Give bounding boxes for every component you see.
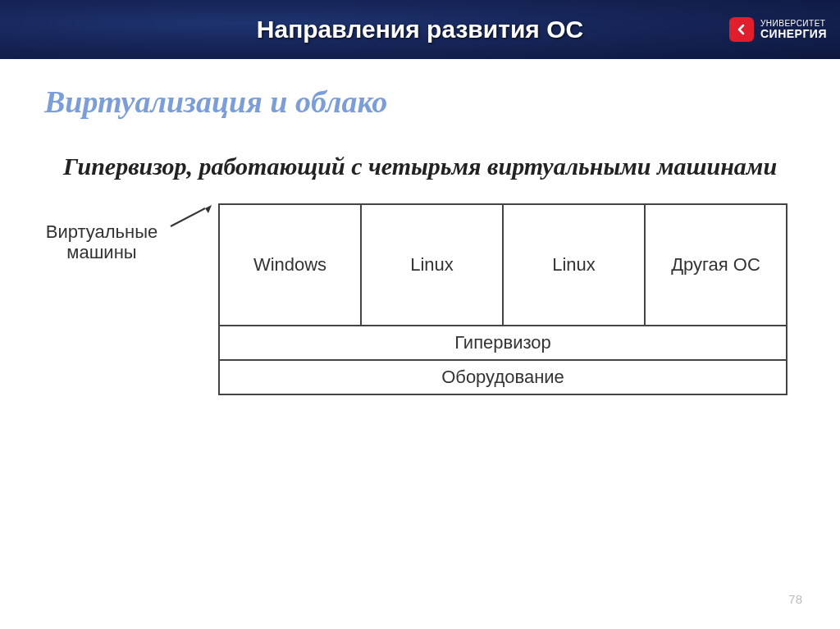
slide: Направления развития ОС УНИВЕРСИТЕТ СИНЕ… <box>0 0 840 629</box>
arrow-icon <box>169 203 215 230</box>
brand-block: УНИВЕРСИТЕТ СИНЕРГИЯ <box>729 17 827 42</box>
brand-badge-icon <box>729 17 754 42</box>
vm-box: Linux <box>504 205 646 325</box>
svg-line-0 <box>171 208 205 226</box>
slide-header: Направления развития ОС УНИВЕРСИТЕТ СИНЕ… <box>0 0 840 59</box>
hardware-layer: Оборудование <box>218 361 788 395</box>
section-title: Виртуализация и облако <box>0 59 840 120</box>
vm-box: Linux <box>362 205 504 325</box>
slide-title: Направления развития ОС <box>257 16 583 43</box>
brand-text-bottom: СИНЕРГИЯ <box>760 28 827 39</box>
diagram-stack: Windows Linux Linux Другая ОС Гипервизор… <box>218 203 788 395</box>
hypervisor-layer: Гипервизор <box>218 326 788 361</box>
vm-pointer-label: Виртуальные машины <box>31 221 172 263</box>
diagram-caption: Гипервизор, работающий с четырьмя виртуа… <box>0 120 840 180</box>
brand-text: УНИВЕРСИТЕТ СИНЕРГИЯ <box>760 20 827 39</box>
slide-number: 78 <box>788 592 802 606</box>
vm-box: Другая ОС <box>646 205 786 325</box>
vm-box: Windows <box>220 205 362 325</box>
vm-row: Windows Linux Linux Другая ОС <box>218 203 788 326</box>
svg-marker-1 <box>205 205 212 213</box>
hypervisor-diagram: Виртуальные машины Windows Linux Linux Д… <box>31 203 789 395</box>
